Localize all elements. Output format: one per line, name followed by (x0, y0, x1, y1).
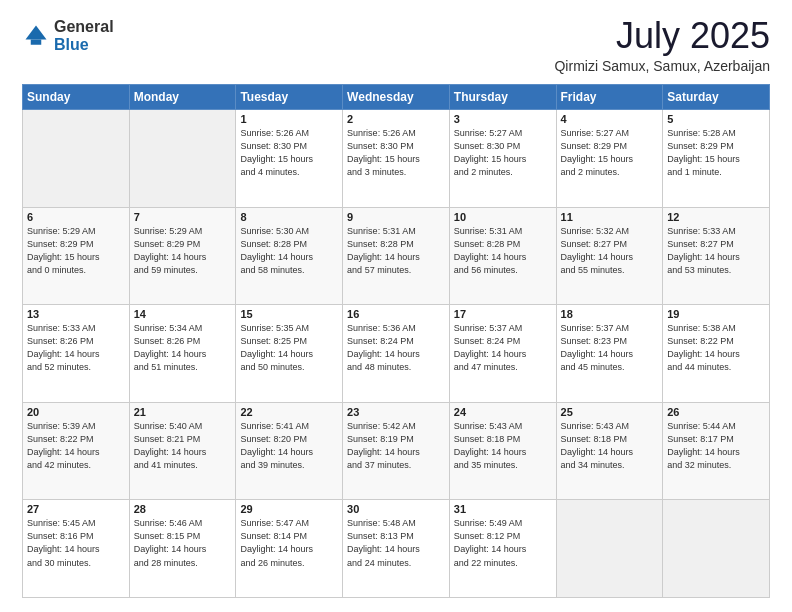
day-info: Sunrise: 5:38 AM Sunset: 8:22 PM Dayligh… (667, 322, 765, 374)
day-number: 14 (134, 308, 232, 320)
calendar-cell: 13Sunrise: 5:33 AM Sunset: 8:26 PM Dayli… (23, 305, 130, 403)
day-number: 17 (454, 308, 552, 320)
day-info: Sunrise: 5:30 AM Sunset: 8:28 PM Dayligh… (240, 225, 338, 277)
calendar-cell: 26Sunrise: 5:44 AM Sunset: 8:17 PM Dayli… (663, 402, 770, 500)
calendar-cell (556, 500, 663, 598)
day-number: 12 (667, 211, 765, 223)
day-info: Sunrise: 5:31 AM Sunset: 8:28 PM Dayligh… (347, 225, 445, 277)
logo-blue-text: Blue (54, 36, 114, 54)
day-info: Sunrise: 5:29 AM Sunset: 8:29 PM Dayligh… (134, 225, 232, 277)
day-number: 24 (454, 406, 552, 418)
day-info: Sunrise: 5:27 AM Sunset: 8:29 PM Dayligh… (561, 127, 659, 179)
day-info: Sunrise: 5:29 AM Sunset: 8:29 PM Dayligh… (27, 225, 125, 277)
svg-rect-1 (31, 39, 42, 44)
calendar-cell (23, 110, 130, 208)
calendar-header-thursday: Thursday (449, 85, 556, 110)
logo-icon (22, 22, 50, 50)
calendar-header-tuesday: Tuesday (236, 85, 343, 110)
calendar-cell: 18Sunrise: 5:37 AM Sunset: 8:23 PM Dayli… (556, 305, 663, 403)
day-info: Sunrise: 5:45 AM Sunset: 8:16 PM Dayligh… (27, 517, 125, 569)
day-info: Sunrise: 5:34 AM Sunset: 8:26 PM Dayligh… (134, 322, 232, 374)
day-number: 23 (347, 406, 445, 418)
day-number: 29 (240, 503, 338, 515)
day-info: Sunrise: 5:46 AM Sunset: 8:15 PM Dayligh… (134, 517, 232, 569)
calendar-cell: 1Sunrise: 5:26 AM Sunset: 8:30 PM Daylig… (236, 110, 343, 208)
day-info: Sunrise: 5:32 AM Sunset: 8:27 PM Dayligh… (561, 225, 659, 277)
day-info: Sunrise: 5:48 AM Sunset: 8:13 PM Dayligh… (347, 517, 445, 569)
calendar-cell (663, 500, 770, 598)
day-info: Sunrise: 5:28 AM Sunset: 8:29 PM Dayligh… (667, 127, 765, 179)
title-block: July 2025 Qirmizi Samux, Samux, Azerbaij… (554, 18, 770, 74)
calendar-cell: 4Sunrise: 5:27 AM Sunset: 8:29 PM Daylig… (556, 110, 663, 208)
calendar-week-row: 1Sunrise: 5:26 AM Sunset: 8:30 PM Daylig… (23, 110, 770, 208)
day-number: 4 (561, 113, 659, 125)
day-number: 5 (667, 113, 765, 125)
day-number: 30 (347, 503, 445, 515)
day-number: 16 (347, 308, 445, 320)
day-number: 7 (134, 211, 232, 223)
location: Qirmizi Samux, Samux, Azerbaijan (554, 58, 770, 74)
calendar-cell: 19Sunrise: 5:38 AM Sunset: 8:22 PM Dayli… (663, 305, 770, 403)
calendar-cell: 10Sunrise: 5:31 AM Sunset: 8:28 PM Dayli… (449, 207, 556, 305)
calendar-week-row: 6Sunrise: 5:29 AM Sunset: 8:29 PM Daylig… (23, 207, 770, 305)
calendar-cell: 8Sunrise: 5:30 AM Sunset: 8:28 PM Daylig… (236, 207, 343, 305)
day-info: Sunrise: 5:49 AM Sunset: 8:12 PM Dayligh… (454, 517, 552, 569)
calendar-cell: 23Sunrise: 5:42 AM Sunset: 8:19 PM Dayli… (343, 402, 450, 500)
day-info: Sunrise: 5:44 AM Sunset: 8:17 PM Dayligh… (667, 420, 765, 472)
logo-general-text: General (54, 18, 114, 36)
day-number: 28 (134, 503, 232, 515)
calendar-cell: 21Sunrise: 5:40 AM Sunset: 8:21 PM Dayli… (129, 402, 236, 500)
header: General Blue July 2025 Qirmizi Samux, Sa… (22, 18, 770, 74)
page: General Blue July 2025 Qirmizi Samux, Sa… (0, 0, 792, 612)
calendar-cell: 9Sunrise: 5:31 AM Sunset: 8:28 PM Daylig… (343, 207, 450, 305)
day-number: 6 (27, 211, 125, 223)
calendar-cell: 5Sunrise: 5:28 AM Sunset: 8:29 PM Daylig… (663, 110, 770, 208)
day-info: Sunrise: 5:43 AM Sunset: 8:18 PM Dayligh… (561, 420, 659, 472)
day-info: Sunrise: 5:40 AM Sunset: 8:21 PM Dayligh… (134, 420, 232, 472)
day-number: 13 (27, 308, 125, 320)
day-number: 10 (454, 211, 552, 223)
calendar-cell: 7Sunrise: 5:29 AM Sunset: 8:29 PM Daylig… (129, 207, 236, 305)
calendar-cell: 25Sunrise: 5:43 AM Sunset: 8:18 PM Dayli… (556, 402, 663, 500)
calendar-cell (129, 110, 236, 208)
calendar-week-row: 20Sunrise: 5:39 AM Sunset: 8:22 PM Dayli… (23, 402, 770, 500)
day-number: 18 (561, 308, 659, 320)
day-number: 15 (240, 308, 338, 320)
calendar-header-friday: Friday (556, 85, 663, 110)
day-info: Sunrise: 5:26 AM Sunset: 8:30 PM Dayligh… (347, 127, 445, 179)
day-number: 9 (347, 211, 445, 223)
calendar-cell: 12Sunrise: 5:33 AM Sunset: 8:27 PM Dayli… (663, 207, 770, 305)
calendar-header-sunday: Sunday (23, 85, 130, 110)
calendar-cell: 29Sunrise: 5:47 AM Sunset: 8:14 PM Dayli… (236, 500, 343, 598)
day-number: 21 (134, 406, 232, 418)
day-info: Sunrise: 5:33 AM Sunset: 8:26 PM Dayligh… (27, 322, 125, 374)
calendar-cell: 6Sunrise: 5:29 AM Sunset: 8:29 PM Daylig… (23, 207, 130, 305)
day-number: 8 (240, 211, 338, 223)
day-number: 19 (667, 308, 765, 320)
day-info: Sunrise: 5:39 AM Sunset: 8:22 PM Dayligh… (27, 420, 125, 472)
day-info: Sunrise: 5:41 AM Sunset: 8:20 PM Dayligh… (240, 420, 338, 472)
calendar-cell: 27Sunrise: 5:45 AM Sunset: 8:16 PM Dayli… (23, 500, 130, 598)
day-info: Sunrise: 5:37 AM Sunset: 8:24 PM Dayligh… (454, 322, 552, 374)
calendar-table: SundayMondayTuesdayWednesdayThursdayFrid… (22, 84, 770, 598)
day-number: 11 (561, 211, 659, 223)
calendar-cell: 24Sunrise: 5:43 AM Sunset: 8:18 PM Dayli… (449, 402, 556, 500)
calendar-header-row: SundayMondayTuesdayWednesdayThursdayFrid… (23, 85, 770, 110)
day-number: 26 (667, 406, 765, 418)
calendar-cell: 3Sunrise: 5:27 AM Sunset: 8:30 PM Daylig… (449, 110, 556, 208)
calendar-cell: 30Sunrise: 5:48 AM Sunset: 8:13 PM Dayli… (343, 500, 450, 598)
calendar-cell: 11Sunrise: 5:32 AM Sunset: 8:27 PM Dayli… (556, 207, 663, 305)
calendar-week-row: 13Sunrise: 5:33 AM Sunset: 8:26 PM Dayli… (23, 305, 770, 403)
calendar-cell: 22Sunrise: 5:41 AM Sunset: 8:20 PM Dayli… (236, 402, 343, 500)
day-info: Sunrise: 5:31 AM Sunset: 8:28 PM Dayligh… (454, 225, 552, 277)
month-title: July 2025 (554, 18, 770, 54)
calendar-header-wednesday: Wednesday (343, 85, 450, 110)
day-number: 25 (561, 406, 659, 418)
day-info: Sunrise: 5:27 AM Sunset: 8:30 PM Dayligh… (454, 127, 552, 179)
day-number: 20 (27, 406, 125, 418)
day-info: Sunrise: 5:43 AM Sunset: 8:18 PM Dayligh… (454, 420, 552, 472)
day-info: Sunrise: 5:36 AM Sunset: 8:24 PM Dayligh… (347, 322, 445, 374)
day-number: 1 (240, 113, 338, 125)
day-number: 22 (240, 406, 338, 418)
calendar-cell: 16Sunrise: 5:36 AM Sunset: 8:24 PM Dayli… (343, 305, 450, 403)
